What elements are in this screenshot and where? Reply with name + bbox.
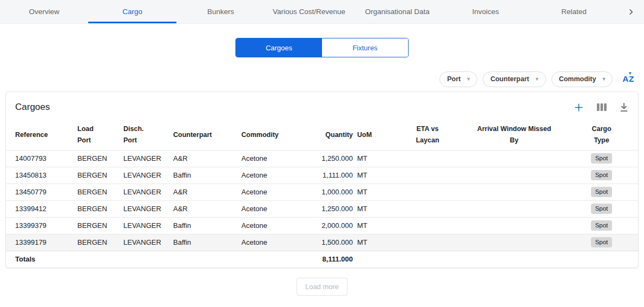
cell-commodity: Acetone [241, 234, 305, 251]
view-toggle: Cargoes Fixtures [235, 38, 409, 57]
filter-chips: Port▼Counterpart▼Commodity▼ [439, 71, 613, 87]
cell-disch-port: LEVANGER [123, 150, 173, 167]
chevron-down-icon: ▼ [466, 77, 471, 82]
add-cargo-button[interactable] [574, 102, 584, 113]
chevron-right-icon [627, 8, 635, 16]
table-row[interactable]: 13399379BERGENLEVANGERBaffinAcetone2,000… [6, 217, 639, 234]
cell-load-port: BERGEN [77, 200, 123, 217]
cell-counterpart: A&R [173, 200, 241, 217]
table-row[interactable]: 13399179BERGENLEVANGERBaffinAcetone1,500… [6, 234, 639, 251]
totals-empty-cell [77, 251, 123, 267]
cell-cargo-type: Spot [573, 184, 639, 200]
cell-eta-vs-laycan [399, 200, 460, 217]
cell-quantity: 1,250.000 [305, 200, 357, 217]
cell-quantity: 1,250.000 [305, 150, 357, 167]
table-row[interactable]: 13450779BERGENLEVANGERA&RAcetone1,000.00… [6, 184, 639, 200]
cell-quantity: 1,111.000 [305, 167, 357, 184]
table-row[interactable]: 13450813BERGENLEVANGERBaffinAcetone1,111… [6, 167, 639, 184]
table-totals-row: Totals8,111.000 [6, 251, 639, 267]
filter-row: Port▼Counterpart▼Commodity▼ ▼AZ [5, 71, 635, 87]
cell-reference: 13450779 [6, 184, 77, 200]
cell-arrival-window-missed-by [460, 150, 573, 167]
cargo-type-badge: Spot [591, 204, 613, 214]
card-actions [574, 102, 628, 113]
column-settings-button[interactable] [597, 103, 607, 112]
filter-chip-label: Port [447, 75, 461, 83]
column-header-quantity: Quantity [305, 120, 357, 150]
cell-eta-vs-laycan [399, 217, 460, 234]
cell-uom: MT [357, 150, 399, 167]
cargo-type-badge: Spot [591, 170, 613, 181]
cell-load-port: BERGEN [77, 217, 123, 234]
cell-quantity: 2,000.000 [305, 217, 357, 234]
sort-alphabetical-icon[interactable]: ▼AZ [621, 74, 635, 84]
cell-quantity: 1,000.000 [305, 184, 357, 200]
filter-chip-commodity[interactable]: Commodity▼ [551, 71, 613, 87]
cell-counterpart: A&R [173, 184, 241, 200]
totals-empty-cell [460, 251, 573, 267]
cell-reference: 13399379 [6, 217, 77, 234]
tab-cargo[interactable]: Cargo [88, 0, 176, 23]
cell-counterpart: Baffin [173, 234, 241, 251]
cell-quantity: 1,500.000 [305, 234, 357, 251]
download-icon [620, 103, 628, 112]
totals-label: Totals [6, 251, 77, 267]
cell-load-port: BERGEN [77, 150, 123, 167]
download-button[interactable] [620, 103, 628, 112]
cell-disch-port: LEVANGER [123, 184, 173, 200]
cell-eta-vs-laycan [399, 150, 460, 167]
chevron-down-icon: ▼ [535, 77, 540, 82]
cell-eta-vs-laycan [399, 184, 460, 200]
toggle-cargoes-button[interactable]: Cargoes [236, 38, 322, 57]
cargo-type-badge: Spot [591, 187, 613, 198]
filter-chip-counterpart[interactable]: Counterpart▼ [483, 71, 546, 87]
cell-cargo-type: Spot [573, 234, 639, 251]
filter-chip-label: Counterpart [490, 75, 529, 83]
table-header-row: ReferenceLoad PortDisch. PortCounterpart… [6, 120, 639, 150]
totals-empty-cell [241, 251, 305, 267]
filter-chip-port[interactable]: Port▼ [439, 71, 477, 87]
cell-load-port: BERGEN [77, 184, 123, 200]
cell-uom: MT [357, 184, 399, 200]
column-header-uom: UoM [357, 120, 399, 150]
totals-empty-cell [399, 251, 460, 267]
tab-organisational-data[interactable]: Organisational Data [353, 0, 442, 23]
totals-empty-cell [357, 251, 399, 267]
cell-disch-port: LEVANGER [123, 234, 173, 251]
cargo-type-badge: Spot [591, 153, 613, 164]
card-header: Cargoes [6, 92, 638, 120]
tab-invoices[interactable]: Invoices [442, 0, 530, 23]
cell-commodity: Acetone [241, 200, 305, 217]
cell-commodity: Acetone [241, 150, 305, 167]
nav-overflow-button[interactable] [618, 0, 644, 23]
columns-icon [597, 103, 607, 112]
cell-commodity: Acetone [241, 217, 305, 234]
tab-overview[interactable]: Overview [0, 0, 88, 23]
totals-empty-cell [173, 251, 241, 267]
table-row[interactable]: 14007793BERGENLEVANGERA&RAcetone1,250.00… [6, 150, 639, 167]
cell-cargo-type: Spot [573, 200, 639, 217]
tab-various-cost-revenue[interactable]: Various Cost/Revenue [265, 0, 353, 23]
cell-disch-port: LEVANGER [123, 167, 173, 184]
cell-load-port: BERGEN [77, 167, 123, 184]
cargo-type-badge: Spot [591, 237, 613, 248]
chevron-down-icon: ▼ [601, 77, 606, 82]
tab-related[interactable]: Related [530, 0, 618, 23]
filter-chip-label: Commodity [559, 75, 596, 83]
load-more-button[interactable]: Load more [297, 278, 347, 296]
cell-cargo-type: Spot [573, 150, 639, 167]
tab-bunkers[interactable]: Bunkers [176, 0, 265, 23]
cell-uom: MT [357, 167, 399, 184]
nav-tabs: OverviewCargoBunkersVarious Cost/Revenue… [0, 0, 618, 23]
cell-reference: 13450813 [6, 167, 77, 184]
toggle-fixtures-button[interactable]: Fixtures [322, 38, 408, 57]
cell-counterpart: Baffin [173, 217, 241, 234]
column-header-reference: Reference [6, 120, 77, 150]
cell-counterpart: Baffin [173, 167, 241, 184]
cell-commodity: Acetone [241, 184, 305, 200]
column-header-disch-port: Disch. Port [123, 120, 173, 150]
cell-eta-vs-laycan [399, 167, 460, 184]
cargoes-table: ReferenceLoad PortDisch. PortCounterpart… [6, 120, 639, 267]
top-tab-bar: OverviewCargoBunkersVarious Cost/Revenue… [0, 0, 644, 24]
table-row[interactable]: 13399412BERGENLEVANGERA&RAcetone1,250.00… [6, 200, 639, 217]
